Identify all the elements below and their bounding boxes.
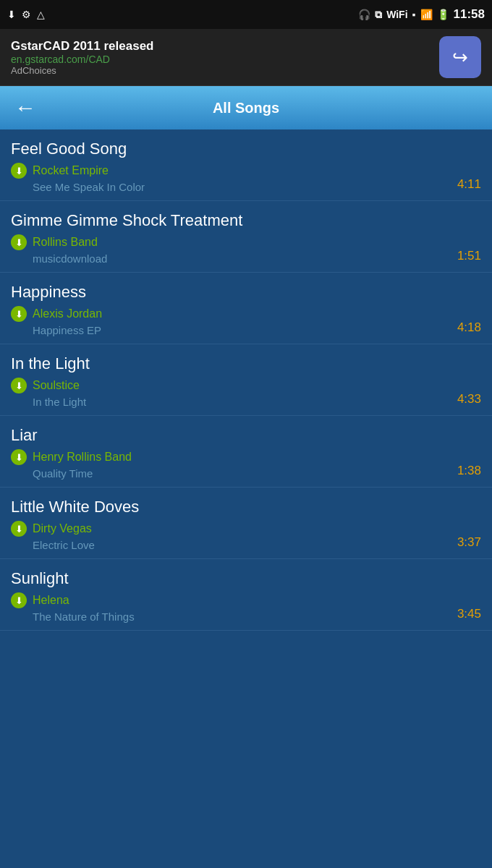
song-title: In the Light [11,354,481,373]
warning-icon: △ [37,9,45,20]
song-album: The Nature of Things [33,610,481,623]
song-meta: ⬇ Alexis Jordan [11,306,481,322]
download-icon: ⬇ [11,521,27,537]
song-title: Happiness [11,283,481,302]
header: ← All Songs [0,86,492,129]
song-meta: ⬇ Helena [11,592,481,608]
song-album: Quality Time [33,467,481,480]
status-left-icons: ⬇ ⚙ △ [7,9,45,20]
ad-url: en.gstarcad.com/CAD [11,54,154,65]
download-icon: ⬇ [11,378,27,393]
song-item[interactable]: Little White Doves ⬇ Dirty Vegas Electri… [0,488,492,559]
ad-text-block: GstarCAD 2011 released en.gstarcad.com/C… [11,39,154,76]
song-title: Sunlight [11,569,481,588]
ad-title: GstarCAD 2011 released [11,39,154,54]
song-album: musicdownload [33,252,481,265]
download-icon: ⬇ [11,163,27,179]
ad-choices: AdChoices [11,65,154,76]
song-meta: ⬇ Dirty Vegas [11,521,481,537]
song-duration: 4:18 [457,320,481,335]
song-title: Little White Doves [11,498,481,516]
song-artist: Helena [33,594,69,607]
headphone-icon: 🎧 [358,9,370,20]
battery-icon: 🔋 [437,9,449,20]
song-duration: 4:33 [457,392,481,407]
song-artist: Henry Rollins Band [33,451,132,464]
song-album: See Me Speak In Color [33,181,481,193]
copy-icon: ⧉ [375,9,382,21]
page-title: All Songs [213,100,279,116]
song-album: In the Light [33,396,481,408]
song-artist: Soulstice [33,379,80,392]
song-item[interactable]: Feel Good Song ⬇ Rocket Empire See Me Sp… [0,129,492,201]
download-icon: ⬇ [11,449,27,465]
song-title: Gimme Gimme Shock Treatment [11,211,481,230]
song-item[interactable]: Gimme Gimme Shock Treatment ⬇ Rollins Ba… [0,201,492,273]
back-arrow-icon: ← [14,95,36,120]
status-bar: ⬇ ⚙ △ 🎧 ⧉ WiFi ▪ 📶 🔋 11:58 [0,0,492,29]
usb-icon: ⚙ [22,9,31,20]
song-album: Electric Love [33,539,481,551]
download-icon: ⬇ [11,592,27,608]
download-icon: ⬇ [11,306,27,322]
wifi-icon: WiFi [386,9,407,20]
song-title: Liar [11,426,481,445]
back-button[interactable]: ← [11,93,40,122]
song-item[interactable]: Happiness ⬇ Alexis Jordan Happiness EP 4… [0,273,492,344]
signal-icon: 📶 [420,9,433,20]
download-icon: ⬇ [11,234,27,250]
song-title: Feel Good Song [11,140,481,158]
sim-icon: ▪ [412,9,416,20]
song-duration: 1:51 [457,249,481,263]
song-artist: Rocket Empire [33,164,109,177]
song-meta: ⬇ Rollins Band [11,234,481,250]
status-right-icons: 🎧 ⧉ WiFi ▪ 📶 🔋 11:58 [358,7,485,22]
song-artist: Alexis Jordan [33,307,102,320]
song-duration: 3:45 [457,607,481,621]
song-item[interactable]: Sunlight ⬇ Helena The Nature of Things 3… [0,559,492,631]
ad-action-button[interactable]: ↪ [439,36,481,78]
clock: 11:58 [454,7,485,22]
song-meta: ⬇ Soulstice [11,378,481,393]
song-meta: ⬇ Henry Rollins Band [11,449,481,465]
ad-banner[interactable]: GstarCAD 2011 released en.gstarcad.com/C… [0,29,492,86]
song-artist: Rollins Band [33,236,98,249]
song-list: Feel Good Song ⬇ Rocket Empire See Me Sp… [0,129,492,631]
song-item[interactable]: In the Light ⬇ Soulstice In the Light 4:… [0,344,492,416]
download-status-icon: ⬇ [7,9,16,20]
song-album: Happiness EP [33,324,481,336]
song-item[interactable]: Liar ⬇ Henry Rollins Band Quality Time 1… [0,416,492,488]
song-duration: 3:37 [457,535,481,550]
song-meta: ⬇ Rocket Empire [11,163,481,179]
song-duration: 4:11 [457,177,481,192]
song-artist: Dirty Vegas [33,522,92,535]
song-duration: 1:38 [457,464,481,478]
